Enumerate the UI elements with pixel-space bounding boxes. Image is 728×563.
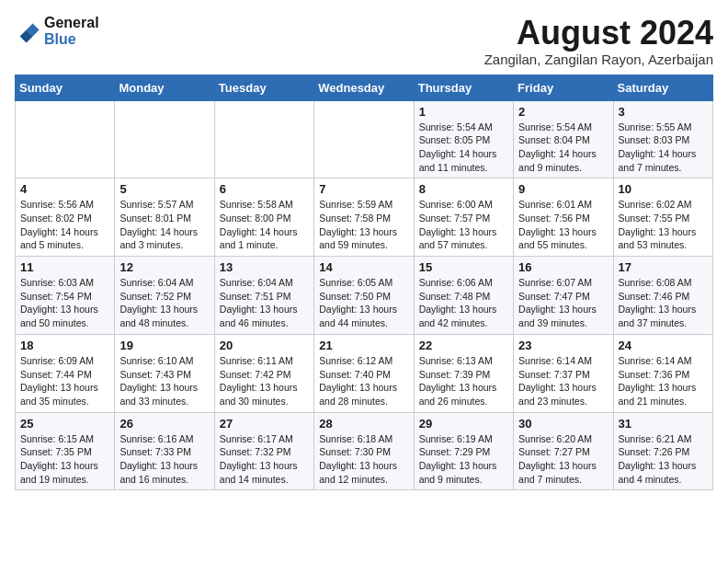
day-info: Sunrise: 6:17 AM Sunset: 7:32 PM Dayligh… [220,432,309,487]
week-row-3: 11Sunrise: 6:03 AM Sunset: 7:54 PM Dayli… [16,257,713,335]
calendar-cell: 24Sunrise: 6:14 AM Sunset: 7:36 PM Dayli… [613,334,712,412]
title-block: August 2024 Zangilan, Zangilan Rayon, Az… [484,15,713,67]
calendar-table: SundayMondayTuesdayWednesdayThursdayFrid… [15,75,713,491]
page-header: GeneralBlue August 2024 Zangilan, Zangil… [15,15,713,67]
day-number: 7 [319,182,408,196]
week-row-4: 18Sunrise: 6:09 AM Sunset: 7:44 PM Dayli… [16,334,713,412]
calendar-cell: 10Sunrise: 6:02 AM Sunset: 7:55 PM Dayli… [613,178,712,257]
calendar-cell: 9Sunrise: 6:01 AM Sunset: 7:56 PM Daylig… [514,178,613,257]
calendar-cell [16,100,115,178]
logo-icon [15,18,40,44]
day-info: Sunrise: 6:19 AM Sunset: 7:29 PM Dayligh… [419,432,508,487]
day-number: 12 [119,260,209,274]
calendar-cell: 28Sunrise: 6:18 AM Sunset: 7:30 PM Dayli… [314,412,414,490]
calendar-cell: 4Sunrise: 5:56 AM Sunset: 8:02 PM Daylig… [16,178,115,257]
day-number: 28 [319,417,408,431]
calendar-cell [314,100,414,178]
day-info: Sunrise: 6:09 AM Sunset: 7:44 PM Dayligh… [20,354,109,408]
calendar-cell: 1Sunrise: 5:54 AM Sunset: 8:05 PM Daylig… [414,100,513,178]
weekday-header-sunday: Sunday [16,75,115,100]
day-info: Sunrise: 6:12 AM Sunset: 7:40 PM Dayligh… [319,354,408,408]
day-info: Sunrise: 6:16 AM Sunset: 7:33 PM Dayligh… [119,432,209,487]
day-number: 31 [619,417,708,431]
day-number: 17 [619,260,708,274]
calendar-cell: 12Sunrise: 6:04 AM Sunset: 7:52 PM Dayli… [115,257,214,335]
day-number: 19 [119,339,209,352]
calendar-cell: 17Sunrise: 6:08 AM Sunset: 7:46 PM Dayli… [613,257,712,335]
day-info: Sunrise: 5:55 AM Sunset: 8:03 PM Dayligh… [619,121,708,175]
day-number: 13 [220,260,309,274]
calendar-cell [115,100,214,178]
day-info: Sunrise: 6:14 AM Sunset: 7:37 PM Dayligh… [518,354,608,408]
day-number: 1 [419,105,508,119]
day-number: 10 [619,182,708,196]
day-info: Sunrise: 6:04 AM Sunset: 7:52 PM Dayligh… [119,276,209,330]
day-number: 16 [518,260,608,274]
day-info: Sunrise: 6:00 AM Sunset: 7:57 PM Dayligh… [419,198,508,252]
calendar-cell: 14Sunrise: 6:05 AM Sunset: 7:50 PM Dayli… [314,257,414,335]
day-number: 20 [220,339,309,352]
day-number: 23 [518,339,608,352]
day-info: Sunrise: 6:01 AM Sunset: 7:56 PM Dayligh… [518,198,608,252]
day-number: 22 [419,339,508,352]
day-number: 26 [119,417,209,431]
day-number: 25 [20,417,109,431]
day-number: 15 [419,260,508,274]
day-info: Sunrise: 5:59 AM Sunset: 7:58 PM Dayligh… [319,198,408,252]
calendar-cell: 15Sunrise: 6:06 AM Sunset: 7:48 PM Dayli… [414,257,513,335]
weekday-header-saturday: Saturday [613,75,712,100]
day-info: Sunrise: 6:21 AM Sunset: 7:26 PM Dayligh… [619,432,708,487]
day-info: Sunrise: 6:14 AM Sunset: 7:36 PM Dayligh… [619,354,708,408]
day-number: 29 [419,417,508,431]
week-row-2: 4Sunrise: 5:56 AM Sunset: 8:02 PM Daylig… [16,178,713,257]
day-number: 4 [20,182,109,196]
day-number: 9 [518,182,608,196]
calendar-title: August 2024 [484,15,713,52]
day-number: 30 [518,417,608,431]
calendar-cell: 6Sunrise: 5:58 AM Sunset: 8:00 PM Daylig… [214,178,313,257]
weekday-header-wednesday: Wednesday [314,75,414,100]
day-info: Sunrise: 6:07 AM Sunset: 7:47 PM Dayligh… [518,276,608,330]
weekday-header-thursday: Thursday [414,75,513,100]
day-info: Sunrise: 6:05 AM Sunset: 7:50 PM Dayligh… [319,276,408,330]
weekday-header-tuesday: Tuesday [214,75,313,100]
day-info: Sunrise: 6:06 AM Sunset: 7:48 PM Dayligh… [419,276,508,330]
week-row-5: 25Sunrise: 6:15 AM Sunset: 7:35 PM Dayli… [16,412,713,490]
calendar-cell: 21Sunrise: 6:12 AM Sunset: 7:40 PM Dayli… [314,334,414,412]
calendar-cell: 11Sunrise: 6:03 AM Sunset: 7:54 PM Dayli… [16,257,115,335]
day-number: 8 [419,182,508,196]
day-number: 18 [20,339,109,352]
day-info: Sunrise: 6:20 AM Sunset: 7:27 PM Dayligh… [518,432,608,487]
day-info: Sunrise: 6:04 AM Sunset: 7:51 PM Dayligh… [220,276,309,330]
calendar-cell: 25Sunrise: 6:15 AM Sunset: 7:35 PM Dayli… [16,412,115,490]
day-info: Sunrise: 5:54 AM Sunset: 8:04 PM Dayligh… [518,121,608,175]
day-number: 14 [319,260,408,274]
calendar-cell: 30Sunrise: 6:20 AM Sunset: 7:27 PM Dayli… [514,412,613,490]
logo-text: GeneralBlue [44,15,99,47]
day-info: Sunrise: 6:15 AM Sunset: 7:35 PM Dayligh… [20,432,109,487]
day-info: Sunrise: 6:10 AM Sunset: 7:43 PM Dayligh… [119,354,209,408]
day-info: Sunrise: 6:03 AM Sunset: 7:54 PM Dayligh… [20,276,109,330]
day-info: Sunrise: 5:56 AM Sunset: 8:02 PM Dayligh… [20,198,109,252]
calendar-cell: 3Sunrise: 5:55 AM Sunset: 8:03 PM Daylig… [613,100,712,178]
calendar-cell: 16Sunrise: 6:07 AM Sunset: 7:47 PM Dayli… [514,257,613,335]
day-number: 5 [119,182,209,196]
calendar-cell: 19Sunrise: 6:10 AM Sunset: 7:43 PM Dayli… [115,334,214,412]
day-number: 24 [619,339,708,352]
day-info: Sunrise: 6:18 AM Sunset: 7:30 PM Dayligh… [319,432,408,487]
weekday-header-monday: Monday [115,75,214,100]
day-number: 21 [319,339,408,352]
calendar-cell: 18Sunrise: 6:09 AM Sunset: 7:44 PM Dayli… [16,334,115,412]
day-info: Sunrise: 6:13 AM Sunset: 7:39 PM Dayligh… [419,354,508,408]
weekday-header-row: SundayMondayTuesdayWednesdayThursdayFrid… [16,75,713,100]
day-info: Sunrise: 6:02 AM Sunset: 7:55 PM Dayligh… [619,198,708,252]
calendar-cell: 20Sunrise: 6:11 AM Sunset: 7:42 PM Dayli… [214,334,313,412]
calendar-cell: 5Sunrise: 5:57 AM Sunset: 8:01 PM Daylig… [115,178,214,257]
week-row-1: 1Sunrise: 5:54 AM Sunset: 8:05 PM Daylig… [16,100,713,178]
calendar-cell: 27Sunrise: 6:17 AM Sunset: 7:32 PM Dayli… [214,412,313,490]
day-number: 2 [518,105,608,119]
day-info: Sunrise: 6:08 AM Sunset: 7:46 PM Dayligh… [619,276,708,330]
calendar-cell: 22Sunrise: 6:13 AM Sunset: 7:39 PM Dayli… [414,334,513,412]
calendar-cell: 2Sunrise: 5:54 AM Sunset: 8:04 PM Daylig… [514,100,613,178]
day-info: Sunrise: 5:54 AM Sunset: 8:05 PM Dayligh… [419,121,508,175]
